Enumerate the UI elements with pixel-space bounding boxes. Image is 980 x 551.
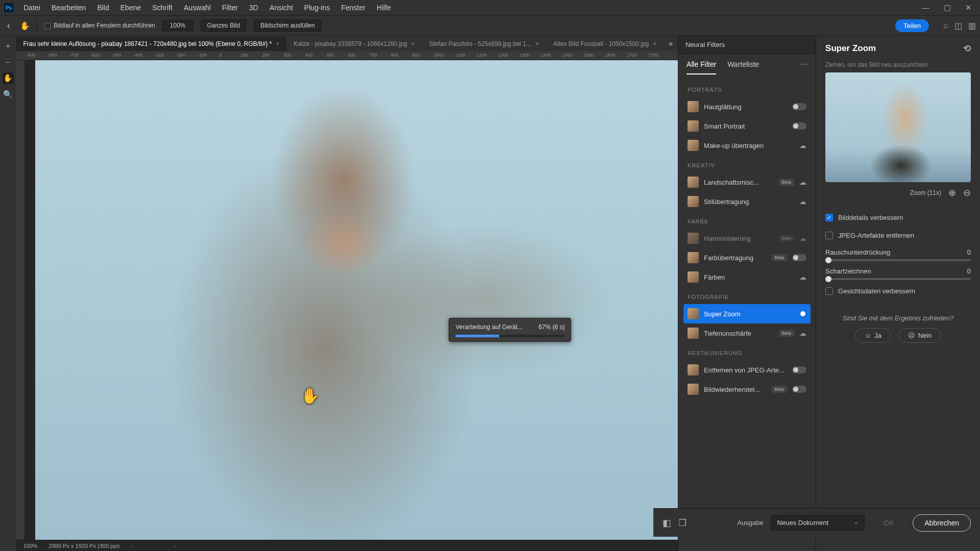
- tab-close-icon[interactable]: ×: [276, 40, 279, 47]
- filter-row[interactable]: Stilübertragung☁: [683, 192, 811, 211]
- home-back-icon[interactable]: ‹: [4, 20, 13, 31]
- ruler-tick: 1350: [519, 53, 529, 58]
- filter-toggle[interactable]: [792, 386, 806, 393]
- output-select[interactable]: Neues Dokument: [771, 515, 865, 531]
- cancel-button[interactable]: Abbrechen: [913, 514, 971, 532]
- scroll-all-windows-checkbox[interactable]: Bildlauf in allen Fenstern durchführen: [44, 22, 155, 29]
- zoom-preview[interactable]: [825, 72, 971, 182]
- option-checkbox-row[interactable]: JPEG-Artefakte entfernen: [825, 227, 971, 244]
- cloud-download-icon[interactable]: ☁: [799, 178, 806, 186]
- menu-ansicht[interactable]: Ansicht: [264, 2, 298, 14]
- status-next-icon[interactable]: ›: [131, 543, 133, 549]
- zoom-value[interactable]: 100%: [162, 20, 193, 31]
- hand-tool-icon[interactable]: ✋: [20, 21, 30, 30]
- output-layer-icon[interactable]: ◧: [663, 517, 671, 529]
- fit-screen-button[interactable]: Ganzes Bild: [201, 19, 247, 32]
- tab-close-icon[interactable]: ×: [411, 40, 415, 47]
- filter-row[interactable]: Super Zoom: [683, 304, 811, 323]
- filter-label: Entfernen von JPEG-Arte...: [704, 366, 787, 374]
- menu-filter[interactable]: Filter: [217, 2, 243, 14]
- menu-bild[interactable]: Bild: [92, 2, 114, 14]
- filter-row[interactable]: Hautglättung: [683, 97, 811, 116]
- zoom-tool-button[interactable]: 🔍: [3, 89, 14, 100]
- ruler-tick: 1000: [433, 53, 444, 58]
- filter-row[interactable]: FarbübertragungBeta: [683, 248, 811, 267]
- ruler-tick: -100: [198, 53, 207, 58]
- progress-percent: 67% (6 s): [538, 323, 565, 331]
- filter-toggle[interactable]: [792, 122, 806, 130]
- share-button[interactable]: Teilen: [895, 19, 929, 32]
- filter-row[interactable]: Smart Portrait: [683, 116, 811, 136]
- zoom-in-icon[interactable]: +: [3, 40, 14, 51]
- document-tab[interactable]: Katze - pixabay 3336579 - 1066x1280.jpg×: [286, 37, 422, 51]
- panel-menu-icon[interactable]: ⋯: [800, 60, 807, 74]
- hand-tool-button[interactable]: ✋: [3, 72, 14, 84]
- no-button[interactable]: ☹Nein: [898, 328, 942, 343]
- tab-all-filters[interactable]: Alle Filter: [687, 60, 716, 74]
- menu-3d[interactable]: 3D: [244, 2, 263, 14]
- ruler-vertical: [16, 60, 25, 540]
- neural-filters-tab[interactable]: Neural Filters: [678, 36, 816, 54]
- tab-waitlist[interactable]: Warteliste: [727, 60, 759, 74]
- tab-close-icon[interactable]: ×: [535, 40, 539, 47]
- face-data-checkbox[interactable]: [825, 287, 833, 295]
- canvas[interactable]: ✋ Verarbeitung auf Gerät... 67% (6 s): [25, 60, 678, 540]
- checkbox[interactable]: [825, 232, 833, 239]
- filter-row[interactable]: Make-up übertragen☁: [683, 136, 811, 155]
- fill-screen-button[interactable]: Bildschirm ausfüllen: [254, 19, 322, 32]
- filter-toggle[interactable]: [792, 103, 806, 110]
- menu-schrift[interactable]: Schrift: [147, 2, 178, 14]
- filter-row[interactable]: Entfernen von JPEG-Arte...: [683, 360, 811, 380]
- cloud-download-icon[interactable]: ☁: [799, 141, 806, 149]
- tab-close-icon[interactable]: ×: [653, 40, 656, 47]
- maximize-icon[interactable]: ▢: [944, 3, 951, 12]
- tabs-overflow-icon[interactable]: »: [664, 36, 678, 51]
- filter-row[interactable]: Bildwiederherstel...Beta: [683, 380, 811, 399]
- reset-icon[interactable]: ⟲: [963, 43, 971, 54]
- close-icon[interactable]: ✕: [965, 3, 972, 12]
- panel-toggle-icon[interactable]: ▥: [968, 21, 976, 31]
- zoom-in-preview-icon[interactable]: ⊕: [948, 187, 956, 198]
- cloud-download-icon[interactable]: ☁: [799, 329, 806, 337]
- document-tab[interactable]: Altes Bild Fussball - 1050x1500.jpg×: [546, 37, 664, 51]
- cloud-download-icon[interactable]: ☁: [799, 273, 806, 281]
- ruler-tick: -900: [26, 53, 35, 58]
- drag-hint: Ziehen, um das Bild neu auszurichten: [825, 61, 971, 68]
- menu-bearbeiten[interactable]: Bearbeiten: [46, 2, 91, 14]
- cloud-download-icon[interactable]: ☁: [799, 234, 806, 242]
- ok-button[interactable]: OK: [872, 514, 905, 532]
- slider-track[interactable]: [825, 259, 971, 261]
- filter-row[interactable]: TiefenunschärfeBeta☁: [683, 323, 811, 343]
- menu-datei[interactable]: Datei: [18, 2, 45, 14]
- zoom-out-icon[interactable]: −: [3, 56, 14, 67]
- minimize-icon[interactable]: —: [922, 3, 929, 12]
- tab-label: Katze - pixabay 3336579 - 1066x1280.jpg: [293, 40, 407, 47]
- slider-label: Rauschunterdrückung: [825, 248, 890, 256]
- status-prev-icon[interactable]: ‹: [175, 543, 177, 549]
- filter-row[interactable]: Färben☁: [683, 267, 811, 287]
- menu-auswahl[interactable]: Auswahl: [179, 2, 216, 14]
- workspace-icon[interactable]: ◫: [954, 21, 962, 31]
- search-icon[interactable]: ⌕: [943, 21, 948, 30]
- cloud-download-icon[interactable]: ☁: [799, 197, 806, 206]
- yes-button[interactable]: ☺Ja: [855, 328, 891, 343]
- menu-ebene[interactable]: Ebene: [115, 2, 146, 14]
- document-tab[interactable]: Stefan Passfoto - 525x699.jpg bei 1...×: [422, 37, 546, 51]
- menu-hilfe[interactable]: Hilfe: [372, 2, 396, 14]
- checkbox[interactable]: ✓: [825, 214, 833, 221]
- filter-row[interactable]: HarmonisierungBeta☁: [683, 229, 811, 248]
- document-tab[interactable]: Frau sehr kleine Auflösung - pixabay 186…: [16, 37, 286, 51]
- output-stack-icon[interactable]: ❐: [678, 517, 687, 529]
- zoom-out-preview-icon[interactable]: ⊖: [963, 187, 971, 198]
- menu-plug-ins[interactable]: Plug-ins: [299, 2, 335, 14]
- option-checkbox-row[interactable]: ✓Bilddetails verbessern: [825, 209, 971, 227]
- menu-fenster[interactable]: Fenster: [336, 2, 370, 14]
- filter-toggle[interactable]: [792, 254, 806, 261]
- filter-toggle[interactable]: [792, 366, 806, 373]
- frown-icon: ☹: [908, 332, 915, 339]
- filter-row[interactable]: Landschaftsmisc...Beta☁: [683, 172, 811, 192]
- slider-track[interactable]: [825, 278, 971, 280]
- filter-label: Tiefenunschärfe: [704, 330, 773, 337]
- filter-toggle[interactable]: [792, 310, 806, 317]
- face-data-checkbox-row[interactable]: Gesichtsdaten verbessern: [825, 282, 971, 300]
